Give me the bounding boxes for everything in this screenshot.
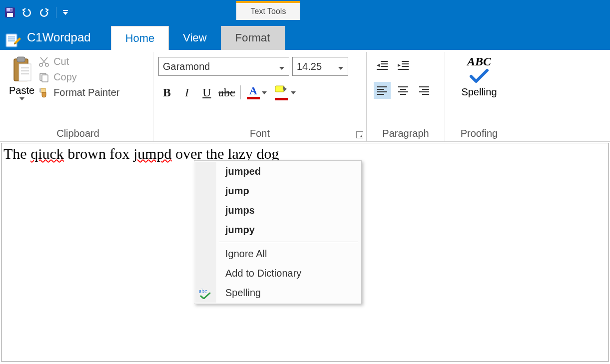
spelling-label: Spelling [461, 86, 497, 98]
app-icon[interactable] [3, 30, 23, 50]
svg-rect-23 [39, 88, 41, 92]
paste-label: Paste [9, 85, 34, 96]
tab-home[interactable]: Home [111, 26, 169, 50]
ribbon-tabstrip: C1Wordpad Home View Format [0, 25, 610, 50]
format-painter-button[interactable]: Format Painter [38, 87, 119, 98]
svg-rect-21 [42, 75, 48, 82]
cut-button[interactable]: Cut [38, 56, 119, 67]
italic-button[interactable]: I [178, 84, 195, 101]
suggestion-item[interactable]: jumped [195, 162, 360, 181]
paintbrush-icon [38, 87, 49, 98]
spelling-item[interactable]: abc Spelling [195, 283, 360, 303]
chevron-down-icon[interactable] [334, 61, 348, 72]
chevron-down-icon[interactable] [261, 89, 268, 95]
strikethrough-button[interactable]: abc [218, 84, 235, 101]
svg-rect-12 [19, 64, 31, 81]
group-label-font: Font [157, 126, 362, 140]
svg-rect-22 [40, 88, 45, 92]
abc-icon: ABC [467, 55, 491, 68]
svg-rect-11 [17, 57, 25, 62]
align-center-button[interactable] [395, 82, 412, 99]
font-family-value: Garamond [159, 61, 275, 72]
group-clipboard: Paste Cut [3, 52, 153, 141]
paste-split-button[interactable]: Paste [7, 54, 37, 100]
svg-rect-4 [6, 34, 17, 47]
svg-marker-30 [377, 64, 380, 67]
tab-view[interactable]: View [169, 26, 220, 50]
quick-access-toolbar: Text Tools [0, 0, 610, 25]
scissors-icon [38, 56, 49, 67]
chevron-down-icon[interactable] [290, 89, 297, 95]
document-text[interactable]: The qiuck brown fox jumpd over the lazy … [3, 145, 279, 162]
suggestion-item[interactable]: jump [195, 181, 360, 201]
spellcheck-context-menu: jumped jump jumps jumpy Ignore All Add t… [194, 160, 362, 304]
copy-button[interactable]: Copy [38, 71, 119, 83]
group-label-paragraph: Paragraph [371, 126, 441, 140]
redo-button[interactable] [37, 5, 51, 19]
font-size-combo[interactable]: 14.25 [292, 57, 348, 76]
font-dialog-launcher[interactable] [356, 131, 363, 138]
underline-button[interactable]: U [198, 84, 215, 101]
suggestion-item[interactable]: jumps [195, 201, 360, 220]
clipboard-paste-icon [11, 56, 33, 84]
customize-qat-button[interactable] [61, 10, 69, 15]
spellcheck-icon: abc [198, 287, 213, 300]
group-label-clipboard: Clipboard [7, 126, 149, 140]
svg-rect-24 [275, 86, 284, 92]
app-title: C1Wordpad [27, 30, 91, 44]
group-font: Garamond 14.25 B I U abc [153, 52, 367, 141]
copy-label: Copy [53, 71, 77, 83]
ignore-all-item[interactable]: Ignore All [195, 244, 360, 264]
svg-rect-2 [7, 13, 13, 17]
svg-marker-35 [398, 64, 401, 67]
align-left-button[interactable] [374, 82, 391, 99]
document-area[interactable]: The qiuck brown fox jumpd over the lazy … [1, 143, 609, 362]
font-size-value: 14.25 [293, 61, 334, 72]
group-proofing: ABC Spelling Proofing [445, 52, 513, 141]
add-to-dictionary-item[interactable]: Add to Dictionary [195, 264, 360, 283]
format-painter-label: Format Painter [53, 87, 119, 98]
group-paragraph: Paragraph [367, 52, 445, 141]
align-right-button[interactable] [416, 82, 433, 99]
tab-format[interactable]: Format [221, 26, 285, 50]
undo-button[interactable] [20, 5, 34, 19]
cut-label: Cut [53, 56, 69, 67]
font-color-button[interactable]: A [246, 86, 261, 99]
font-family-combo[interactable]: Garamond [158, 57, 289, 76]
spelling-error: jumpd [133, 145, 172, 162]
svg-rect-3 [10, 8, 11, 11]
checkmark-icon [469, 68, 489, 84]
ribbon: Paste Cut [0, 50, 610, 142]
increase-indent-button[interactable] [395, 57, 412, 74]
svg-text:abc: abc [199, 288, 207, 295]
chevron-down-icon[interactable] [275, 61, 289, 72]
chevron-down-icon [19, 97, 24, 100]
group-label-proofing: Proofing [449, 126, 509, 140]
svg-rect-1 [6, 8, 12, 11]
spelling-button[interactable]: ABC Spelling [461, 54, 497, 98]
save-button[interactable] [3, 5, 17, 19]
suggestion-item[interactable]: jumpy [195, 220, 360, 240]
bold-button[interactable]: B [158, 84, 175, 101]
highlight-color-button[interactable] [273, 85, 290, 100]
contextual-tab-header: Text Tools [236, 1, 300, 20]
decrease-indent-button[interactable] [374, 57, 391, 74]
copy-icon [38, 72, 49, 83]
spelling-error: qiuck [30, 145, 64, 162]
